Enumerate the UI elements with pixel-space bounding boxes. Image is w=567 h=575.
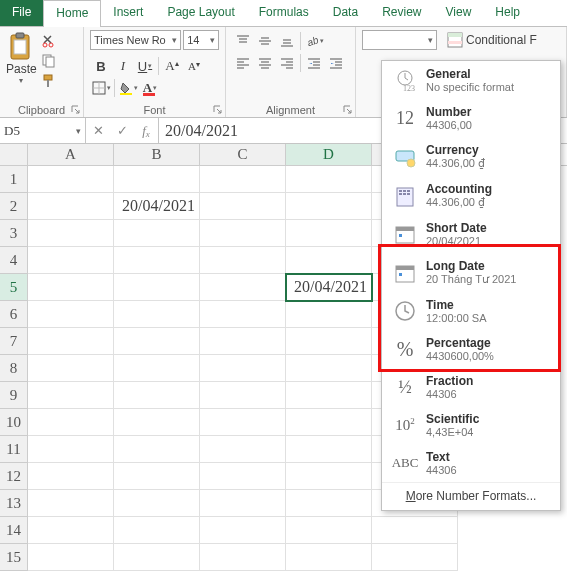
number-format-short-date[interactable]: Short Date20/04/2021 xyxy=(382,215,560,253)
align-right-button[interactable] xyxy=(276,53,298,73)
row-header-1[interactable]: 1 xyxy=(0,166,28,193)
row-header-11[interactable]: 11 xyxy=(0,436,28,463)
cell-C6[interactable] xyxy=(200,301,286,328)
cancel-formula-button[interactable]: ✕ xyxy=(90,123,106,138)
decrease-indent-button[interactable] xyxy=(303,53,325,73)
col-header-A[interactable]: A xyxy=(28,144,114,165)
cell-A1[interactable] xyxy=(28,166,114,193)
cell-C4[interactable] xyxy=(200,247,286,274)
cell-D15[interactable] xyxy=(286,544,372,571)
row-header-5[interactable]: 5 xyxy=(0,274,28,301)
decrease-font-button[interactable]: A▾ xyxy=(183,56,205,76)
cell-C1[interactable] xyxy=(200,166,286,193)
cell-A8[interactable] xyxy=(28,355,114,382)
row-header-8[interactable]: 8 xyxy=(0,355,28,382)
row-header-2[interactable]: 2 xyxy=(0,193,28,220)
cell-E14[interactable] xyxy=(372,517,458,544)
cell-A10[interactable] xyxy=(28,409,114,436)
align-center-button[interactable] xyxy=(254,53,276,73)
cell-C12[interactable] xyxy=(200,463,286,490)
number-format-currency[interactable]: Currency44.306,00 ₫ xyxy=(382,137,560,176)
confirm-formula-button[interactable]: ✓ xyxy=(114,123,130,138)
align-middle-button[interactable] xyxy=(254,31,276,51)
tab-help[interactable]: Help xyxy=(483,0,532,26)
align-left-button[interactable] xyxy=(232,53,254,73)
cell-C10[interactable] xyxy=(200,409,286,436)
cell-B2[interactable]: 20/04/2021 xyxy=(114,193,200,220)
number-format-time[interactable]: Time12:00:00 SA xyxy=(382,292,560,330)
cell-D2[interactable] xyxy=(286,193,372,220)
tab-home[interactable]: Home xyxy=(43,0,101,26)
cell-D5[interactable]: 20/04/2021 xyxy=(286,274,372,301)
cell-B3[interactable] xyxy=(114,220,200,247)
cell-C2[interactable] xyxy=(200,193,286,220)
select-all-corner[interactable] xyxy=(0,144,28,165)
fill-color-button[interactable]: ▾ xyxy=(117,78,139,98)
number-format-general[interactable]: 123GeneralNo specific format xyxy=(382,61,560,99)
cell-C11[interactable] xyxy=(200,436,286,463)
number-format-text[interactable]: ABCText44306 xyxy=(382,444,560,482)
cell-B13[interactable] xyxy=(114,490,200,517)
cell-B11[interactable] xyxy=(114,436,200,463)
col-header-D[interactable]: D xyxy=(286,144,372,165)
cell-B12[interactable] xyxy=(114,463,200,490)
cell-D11[interactable] xyxy=(286,436,372,463)
row-header-13[interactable]: 13 xyxy=(0,490,28,517)
number-format-number[interactable]: 12Number44306,00 xyxy=(382,99,560,137)
row-header-10[interactable]: 10 xyxy=(0,409,28,436)
number-format-accounting[interactable]: Accounting44.306,00 ₫ xyxy=(382,176,560,215)
cell-C5[interactable] xyxy=(200,274,286,301)
row-header-14[interactable]: 14 xyxy=(0,517,28,544)
orientation-button[interactable]: ab▾ xyxy=(303,31,325,51)
cell-A15[interactable] xyxy=(28,544,114,571)
cell-A4[interactable] xyxy=(28,247,114,274)
row-header-7[interactable]: 7 xyxy=(0,328,28,355)
number-format-percentage[interactable]: %Percentage4430600,00% xyxy=(382,330,560,368)
cell-D3[interactable] xyxy=(286,220,372,247)
cell-B15[interactable] xyxy=(114,544,200,571)
cell-B8[interactable] xyxy=(114,355,200,382)
cell-C7[interactable] xyxy=(200,328,286,355)
conditional-formatting-button[interactable]: Conditional F xyxy=(447,30,537,50)
cell-B6[interactable] xyxy=(114,301,200,328)
cell-D7[interactable] xyxy=(286,328,372,355)
align-top-button[interactable] xyxy=(232,31,254,51)
increase-font-button[interactable]: A▴ xyxy=(161,56,183,76)
number-format-fraction[interactable]: ½Fraction44306 xyxy=(382,368,560,406)
row-header-3[interactable]: 3 xyxy=(0,220,28,247)
cell-A12[interactable] xyxy=(28,463,114,490)
row-header-9[interactable]: 9 xyxy=(0,382,28,409)
borders-button[interactable]: ▾ xyxy=(90,78,112,98)
cell-D4[interactable] xyxy=(286,247,372,274)
cell-D6[interactable] xyxy=(286,301,372,328)
row-header-4[interactable]: 4 xyxy=(0,247,28,274)
row-header-15[interactable]: 15 xyxy=(0,544,28,571)
clipboard-launcher[interactable] xyxy=(71,105,81,115)
cell-A7[interactable] xyxy=(28,328,114,355)
cell-C9[interactable] xyxy=(200,382,286,409)
name-box[interactable]: D5▾ xyxy=(0,118,86,143)
number-format-combo[interactable]: ▾ xyxy=(362,30,437,50)
number-format-scientific[interactable]: 102Scientific4,43E+04 xyxy=(382,406,560,444)
cell-D13[interactable] xyxy=(286,490,372,517)
cell-D9[interactable] xyxy=(286,382,372,409)
cell-B9[interactable] xyxy=(114,382,200,409)
align-bottom-button[interactable] xyxy=(276,31,298,51)
cell-A13[interactable] xyxy=(28,490,114,517)
font-name-combo[interactable]: Times New Ro▾ xyxy=(90,30,181,50)
cell-A11[interactable] xyxy=(28,436,114,463)
insert-function-button[interactable]: fx xyxy=(138,123,154,139)
cell-B4[interactable] xyxy=(114,247,200,274)
cell-C15[interactable] xyxy=(200,544,286,571)
col-header-C[interactable]: C xyxy=(200,144,286,165)
tab-insert[interactable]: Insert xyxy=(101,0,155,26)
underline-button[interactable]: U▾ xyxy=(134,56,156,76)
col-header-B[interactable]: B xyxy=(114,144,200,165)
cell-A6[interactable] xyxy=(28,301,114,328)
format-painter-button[interactable] xyxy=(39,72,59,90)
cell-D14[interactable] xyxy=(286,517,372,544)
font-color-button[interactable]: A▾ xyxy=(139,78,161,98)
cell-C14[interactable] xyxy=(200,517,286,544)
alignment-launcher[interactable] xyxy=(343,105,353,115)
cell-D10[interactable] xyxy=(286,409,372,436)
